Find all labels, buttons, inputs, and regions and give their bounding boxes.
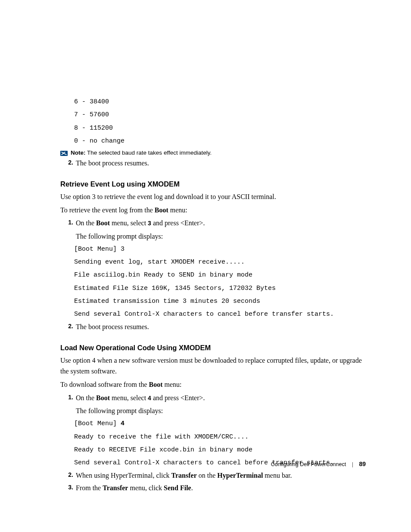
list-body: On the Boot menu, select 4 and press <En… xyxy=(76,393,366,417)
bold-run: Boot xyxy=(149,381,163,388)
page-footer: Configuring Dell PowerConnect | 89 xyxy=(271,460,366,467)
text-run: On the xyxy=(76,219,96,227)
footer-title: Configuring Dell PowerConnect xyxy=(271,461,346,467)
list-item: 3. From the Transfer menu, click Send Fi… xyxy=(60,483,366,494)
text-run: To download software from the xyxy=(60,381,149,388)
text-run: When using HyperTerminal, click xyxy=(76,472,171,479)
text-run: on the xyxy=(197,472,218,479)
list-item: 2. The boot process resumes. xyxy=(60,322,366,333)
note-icon xyxy=(60,150,68,156)
bold-run: 3 xyxy=(148,220,151,227)
list-item: 1. On the Boot menu, select 3 and press … xyxy=(60,218,366,242)
note-row: Note: The selected baud rate takes effec… xyxy=(60,149,366,156)
bold-run: 4 xyxy=(148,395,151,401)
text-run: menu: xyxy=(163,381,182,388)
terminal-line: Ready to RECEIVE File xcode.bin in binar… xyxy=(74,445,366,456)
list-body: On the Boot menu, select 3 and press <En… xyxy=(76,218,366,242)
text-run: On the xyxy=(76,394,96,401)
paragraph: Use option 4 when a new software version… xyxy=(60,355,366,377)
note-text: Note: The selected baud rate takes effec… xyxy=(71,149,212,156)
bold-run: HyperTerminal xyxy=(217,472,263,479)
bold-run: Transfer xyxy=(103,484,128,492)
section-heading: Load New Operational Code Using XMODEM xyxy=(60,344,366,352)
text-run: To retrieve the event log from the xyxy=(60,206,155,214)
list-number: 3. xyxy=(60,483,76,494)
text-run: menu, click xyxy=(128,484,164,492)
text-run: menu: xyxy=(168,206,187,214)
text-run: and press <Enter>. xyxy=(151,219,205,227)
bold-run: Transfer xyxy=(171,472,196,479)
list-number: 2. xyxy=(60,158,76,169)
bold-run: Boot xyxy=(155,206,168,214)
text-run: . xyxy=(191,484,193,492)
list-item: 1. On the Boot menu, select 4 and press … xyxy=(60,393,366,417)
paragraph: Use option 3 to retrieve the event log a… xyxy=(60,192,366,202)
bold-run: Boot xyxy=(96,394,110,401)
terminal-line: [Boot Menu] 4 xyxy=(74,418,366,429)
text-run: menu, select xyxy=(110,394,148,401)
paragraph: To retrieve the event log from the Boot … xyxy=(60,205,366,216)
bold-run: Send File xyxy=(164,484,191,492)
baud-option: 0 - no change xyxy=(74,136,366,147)
bold-run: Boot xyxy=(96,219,110,227)
terminal-line: File asciilog.bin Ready to SEND in binar… xyxy=(74,270,366,281)
list-item: 2. When using HyperTerminal, click Trans… xyxy=(60,470,366,481)
terminal-line: Estimated File Size 169K, 1345 Sectors, … xyxy=(74,283,366,294)
baud-option: 8 - 115200 xyxy=(74,123,366,134)
terminal-line: Send several Control-X characters to can… xyxy=(74,309,366,320)
list-item: 2. The boot process resumes. xyxy=(60,158,366,169)
text-run: menu bar. xyxy=(263,472,292,479)
page-number: 89 xyxy=(359,460,366,467)
note-label: Note: xyxy=(71,149,86,156)
paragraph: To download software from the Boot menu: xyxy=(60,380,366,390)
text-run: and press <Enter>. xyxy=(151,394,205,401)
footer-separator: | xyxy=(352,461,353,467)
baud-option: 6 - 38400 xyxy=(74,96,366,108)
list-number: 1. xyxy=(60,218,76,242)
baud-option: 7 - 57600 xyxy=(74,109,366,121)
text-run: menu, select xyxy=(110,219,148,227)
terminal-line: Sending event log, start XMODEM receive.… xyxy=(74,257,366,268)
bold-run: 4 xyxy=(121,420,125,427)
note-body: The selected baud rate takes effect imme… xyxy=(87,149,212,156)
list-body: When using HyperTerminal, click Transfer… xyxy=(76,470,366,481)
section-heading: Retrieve Event Log using XMODEM xyxy=(60,180,366,188)
text-run: [Boot Menu] xyxy=(74,420,121,427)
list-body: From the Transfer menu, click Send File. xyxy=(76,483,366,494)
list-body: The boot process resumes. xyxy=(76,322,366,333)
terminal-line: Ready to receive the file with XMODEM/CR… xyxy=(74,432,366,443)
terminal-line: [Boot Menu] 3 xyxy=(74,244,366,255)
list-number: 2. xyxy=(60,470,76,481)
document-page: 6 - 38400 7 - 57600 8 - 115200 0 - no ch… xyxy=(0,0,411,521)
text-run: From the xyxy=(76,484,103,492)
list-body: The boot process resumes. xyxy=(76,158,366,169)
list-number: 2. xyxy=(60,322,76,333)
terminal-line: Estimated transmission time 3 minutes 20… xyxy=(74,296,366,307)
list-number: 1. xyxy=(60,393,76,417)
sub-paragraph: The following prompt displays: xyxy=(76,231,366,242)
sub-paragraph: The following prompt displays: xyxy=(76,406,366,417)
